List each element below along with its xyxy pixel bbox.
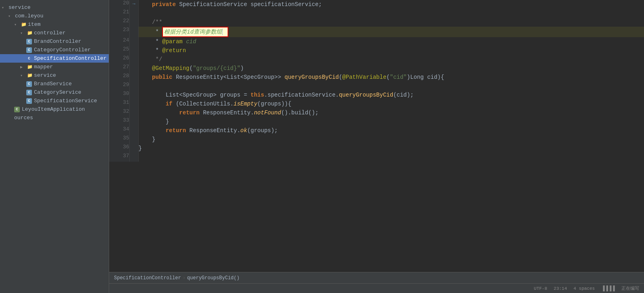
code-cell bbox=[138, 82, 644, 91]
line-number: 32 bbox=[109, 108, 129, 117]
sidebar-item-label: item bbox=[28, 21, 40, 27]
class-icon: C bbox=[26, 81, 32, 87]
gutter-cell bbox=[129, 99, 138, 108]
gutter-cell bbox=[129, 153, 138, 162]
sidebar-item-resources[interactable]: ources bbox=[0, 114, 109, 122]
code-cell: public ResponseEntity<List<SpecGroup>> q… bbox=[138, 73, 644, 82]
table-row: 24 * @param cid bbox=[109, 37, 644, 46]
sidebar-item-label: CategoryService bbox=[34, 89, 81, 95]
table-row: 35 } bbox=[109, 135, 644, 144]
class-icon: C bbox=[26, 56, 32, 61]
gutter-cell bbox=[129, 73, 138, 82]
code-cell: } bbox=[138, 144, 644, 153]
folder-icon: 📁 bbox=[27, 30, 33, 36]
sidebar-item-brandservice[interactable]: C BrandService bbox=[0, 80, 109, 88]
sidebar-item-label: service bbox=[34, 72, 56, 78]
sidebar-item-comleyou[interactable]: ▾ com.leyou bbox=[0, 12, 109, 20]
code-cell: @GetMapping("groups/{cid}") bbox=[138, 64, 644, 73]
gutter-cell bbox=[129, 135, 138, 144]
table-row: 37 bbox=[109, 153, 644, 162]
class-icon: C bbox=[26, 39, 32, 44]
line-number: 31 bbox=[109, 99, 129, 108]
code-cell bbox=[138, 9, 644, 18]
code-container: 20 → private SpecificationService specif… bbox=[109, 0, 644, 272]
line-number: 37 bbox=[109, 153, 129, 162]
chevron-icon: ▾ bbox=[20, 73, 25, 78]
line-number: 21 bbox=[109, 9, 129, 18]
status-indent: 4 spaces bbox=[574, 286, 595, 291]
table-row: 26 */ bbox=[109, 55, 644, 64]
code-cell: * @param cid bbox=[138, 37, 644, 46]
line-number: 36 bbox=[109, 144, 129, 153]
sidebar-item-label: controller bbox=[34, 30, 65, 36]
status-bar: UTF-8 23:14 4 spaces ▐▐▐▐ 正在编写 bbox=[109, 283, 644, 293]
class-icon: C bbox=[26, 98, 32, 104]
sidebar-item-service-sub[interactable]: ▾ 📁 service bbox=[0, 71, 109, 80]
status-encoding: UTF-8 bbox=[534, 286, 547, 291]
sidebar-item-label: SpecificationController bbox=[34, 55, 106, 61]
line-number: 30 bbox=[109, 91, 129, 99]
table-row: 28 public ResponseEntity<List<SpecGroup>… bbox=[109, 73, 644, 82]
table-row: 32 return ResponseEntity.notFound().buil… bbox=[109, 108, 644, 117]
table-row: 27 @GetMapping("groups/{cid}") bbox=[109, 64, 644, 73]
code-cell: /** bbox=[138, 18, 644, 27]
code-cell: if (CollectionUtils.isEmpty(groups)){ bbox=[138, 99, 644, 108]
line-number: 20 bbox=[109, 0, 129, 9]
table-row: 36 } bbox=[109, 144, 644, 153]
line-number: 27 bbox=[109, 64, 129, 73]
status-linecol: 23:14 bbox=[554, 286, 567, 291]
code-cell: } bbox=[138, 117, 644, 126]
sidebar: ▾ service ▾ com.leyou ▾ 📁 item ▾ 📁 contr… bbox=[0, 0, 109, 293]
gutter-arrow-icon: → bbox=[132, 1, 135, 7]
breadcrumb-bar: SpecificationController › queryGroupsByC… bbox=[109, 272, 644, 283]
editor-area: 20 → private SpecificationService specif… bbox=[109, 0, 644, 293]
table-row: 22 /** bbox=[109, 18, 644, 27]
code-cell: */ bbox=[138, 55, 644, 64]
gutter-cell bbox=[129, 117, 138, 126]
line-number: 28 bbox=[109, 73, 129, 82]
sidebar-item-specificationcontroller[interactable]: C SpecificationController bbox=[0, 54, 109, 63]
gutter-cell bbox=[129, 64, 138, 73]
sidebar-item-service[interactable]: ▾ service bbox=[0, 3, 109, 12]
sidebar-item-label: mapper bbox=[34, 64, 53, 70]
sidebar-label: com.leyou bbox=[15, 13, 43, 19]
chevron-icon: ▾ bbox=[20, 31, 25, 36]
sidebar-item-leyouitemapplication[interactable]: C LeyouItemApplication bbox=[0, 105, 109, 114]
gutter-cell bbox=[129, 9, 138, 18]
table-row: 33 } bbox=[109, 117, 644, 126]
table-row: 20 → private SpecificationService specif… bbox=[109, 0, 644, 9]
table-row: 31 if (CollectionUtils.isEmpty(groups)){ bbox=[109, 99, 644, 108]
sidebar-item-mapper[interactable]: ▶ 📁 mapper bbox=[0, 63, 109, 71]
sidebar-item-label: ources bbox=[14, 115, 33, 121]
chevron-icon: ▾ bbox=[2, 5, 6, 10]
sidebar-item-categorycontroller[interactable]: C CategoryController bbox=[0, 46, 109, 54]
breadcrumb-method[interactable]: queryGroupsByCid() bbox=[187, 275, 240, 281]
breadcrumb-class[interactable]: SpecificationController bbox=[114, 275, 181, 281]
code-table: 20 → private SpecificationService specif… bbox=[109, 0, 644, 162]
sidebar-item-categoryservice[interactable]: C CategoryService bbox=[0, 88, 109, 97]
table-row: 30 List<SpecGroup> groups = this.specifi… bbox=[109, 91, 644, 99]
gutter-cell bbox=[129, 91, 138, 99]
line-number: 34 bbox=[109, 126, 129, 135]
sidebar-label: service bbox=[8, 4, 31, 11]
table-row: 25 * @return bbox=[109, 46, 644, 55]
class-icon: C bbox=[26, 90, 32, 95]
chevron-icon: ▶ bbox=[20, 65, 25, 70]
gutter-cell bbox=[129, 126, 138, 135]
line-number: 25 bbox=[109, 46, 129, 55]
folder-icon: 📁 bbox=[27, 64, 33, 70]
sidebar-item-specificationservice[interactable]: C SpecificationService bbox=[0, 97, 109, 105]
gutter-cell bbox=[129, 46, 138, 55]
status-text: 正在编写 bbox=[621, 285, 639, 291]
sidebar-item-item[interactable]: ▾ 📁 item bbox=[0, 20, 109, 29]
code-scroll[interactable]: 20 → private SpecificationService specif… bbox=[109, 0, 644, 272]
sidebar-item-brandcontroller[interactable]: C BrandController bbox=[0, 37, 109, 46]
folder-icon: 📁 bbox=[27, 73, 33, 78]
line-number: 33 bbox=[109, 117, 129, 126]
gutter-cell bbox=[129, 18, 138, 27]
sidebar-item-controller[interactable]: ▾ 📁 controller bbox=[0, 29, 109, 37]
table-row: 34 return ResponseEntity.ok(groups); bbox=[109, 126, 644, 135]
line-number: 24 bbox=[109, 37, 129, 46]
gutter-cell bbox=[129, 37, 138, 46]
table-row: 21 bbox=[109, 9, 644, 18]
